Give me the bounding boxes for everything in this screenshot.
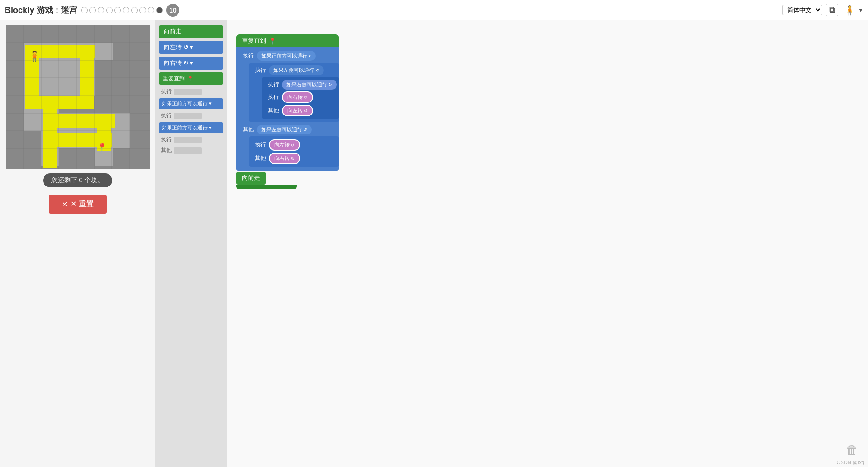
svg-rect-1 [6,25,150,169]
deep-nested-block: 执行 如果右侧可以通行 ↻ 执行 向右转 ↻ [262,77,339,119]
else-right-turn-row: 其他 向右转 ↻ [253,152,339,165]
svg-rect-19 [43,114,115,128]
svg-rect-5 [77,60,95,96]
dot-5 [114,7,121,13]
repeat-pin-icon-ws: 📍 [269,38,276,45]
dot-6 [123,7,129,13]
repeat-label: 重复直到 [163,75,185,83]
progress-dots [81,7,163,13]
toolbox-if-exec-1: 执行 [159,112,223,120]
outer-exec-row: 执行 如果正前方可以通行 ▾ [240,50,339,62]
svg-rect-14 [25,58,39,108]
dot-4 [106,7,113,13]
svg-rect-3 [24,43,113,60]
action-turn-right-2[interactable]: 向右转 ↻ [269,153,300,164]
if-left-cond[interactable]: 如果左侧可以通行 ↺ [269,65,324,75]
svg-rect-18 [43,96,57,133]
action-turn-left-2[interactable]: 向左转 ↺ [269,139,300,151]
if-front-cond[interactable]: 如果正前方可以通行 ▾ [257,51,316,61]
dot-3 [98,7,104,13]
left-arrow-2: ↺ [291,143,295,147]
maze-svg: 🧍 📍 [6,25,150,169]
forward-block[interactable]: 向前走 [236,172,266,185]
avatar-button[interactable]: 🧍 [842,3,857,18]
maze-container: 🧍 📍 [6,25,150,169]
toolbox-else-slot [174,147,202,154]
exec-label-3: 执行 [268,81,279,89]
right-arrow: ↻ [304,95,308,100]
main-layout: 🧍 📍 您还剩下 0 个块。 ✕ ✕ 重置 向前走 向左转 ↺ ▾ 向右转 ↻ … [0,20,868,467]
svg-rect-10 [41,131,130,148]
toolbox-if-exec-2: 执行 [159,136,223,144]
dot-10 [156,7,163,13]
svg-rect-20 [97,114,111,151]
chevron-right: ↻ [329,83,332,87]
svg-rect-8 [41,113,130,131]
else-left-cond-row: 其他 如果左侧可以通行 ↺ [240,124,339,135]
action-turn-left-1[interactable]: 向左转 ↺ [282,105,313,116]
toolbox-if-front-2[interactable]: 如果正前方可以通行 ▾ [159,122,223,133]
repeat-pin-icon: 📍 [187,76,194,82]
nested-if-left-block: 执行 如果左侧可以通行 ↺ 执行 如果右侧可以通行 ↻ [249,63,339,122]
link-icon[interactable]: ⧉ [826,4,838,16]
toolbox-forward[interactable]: 向前走 [159,25,223,38]
page-title: Blockly 游戏 : 迷宫 [5,5,77,16]
left-arrow-1: ↺ [304,109,308,113]
dot-7 [131,7,138,13]
toolbox-else: 其他 [159,147,223,154]
exec-label-5: 执行 [255,141,266,149]
svg-rect-2 [24,43,41,131]
else-label-1: 其他 [268,107,279,115]
else-label-2: 其他 [243,126,254,134]
toolbox-panel: 向前走 向左转 ↺ ▾ 向右转 ↻ ▾ 重复直到 📍 执行 如果正前方可以通行 … [155,20,227,467]
header: Blockly 游戏 : 迷宫 10 简体中文 English 日本語 ⧉ 🧍 … [0,0,868,20]
language-selector[interactable]: 简体中文 English 日本語 [782,5,822,15]
svg-rect-12 [95,131,113,166]
svg-rect-9 [113,113,130,148]
watermark: CSDN @lxq [837,460,864,465]
right-arrow-2: ↻ [291,156,295,161]
exec-right-turn: 执行 向右转 ↻ [266,90,339,104]
svg-rect-22 [43,133,57,168]
chevron-left: ↺ [316,68,319,73]
dot-1 [81,7,88,13]
svg-rect-0 [6,25,150,169]
svg-rect-4 [24,60,95,78]
svg-rect-7 [41,96,59,131]
reset-button[interactable]: ✕ ✕ 重置 [49,195,106,214]
repeat-block-header[interactable]: 重复直到 📍 [236,34,339,47]
repeat-until-label: 重复直到 [242,37,266,45]
toolbox-turn-right[interactable]: 向右转 ↻ ▾ [159,57,223,70]
left-panel: 🧍 📍 您还剩下 0 个块。 ✕ ✕ 重置 [0,20,155,467]
toolbox-exec-slot-3 [174,137,202,143]
reset-label: ✕ 重置 [70,199,93,209]
if-left-cond-2[interactable]: 如果左侧可以通行 ↺ [257,125,312,134]
else-label-3: 其他 [255,154,266,162]
toolbox-if-front-1[interactable]: 如果正前方可以通行 ▾ [159,98,223,109]
svg-rect-6 [41,78,95,96]
else-branch-block: 执行 向左转 ↺ 其他 向右转 ↻ [249,136,339,167]
toolbox-turn-left[interactable]: 向左转 ↺ ▾ [159,41,223,54]
workspace[interactable]: 重复直到 📍 执行 如果正前方可以通行 ▾ [227,20,868,467]
repeat-block-footer [236,185,297,189]
svg-rect-17 [80,58,94,109]
avatar-chevron[interactable]: ▼ [858,7,863,13]
trash-icon[interactable]: 🗑 [846,442,859,458]
else-exec-left: 执行 向左转 ↺ [253,138,339,152]
svg-rect-21 [43,133,112,147]
toolbox-exec-slot-2 [174,113,202,119]
svg-rect-16 [25,96,94,109]
step-badge: 10 [166,4,179,17]
if-right-cond[interactable]: 如果右侧可以通行 ↻ [282,80,337,90]
toolbox-repeat[interactable]: 重复直到 📍 [159,72,223,85]
reset-x-icon: ✕ [62,200,68,209]
action-turn-right[interactable]: 向右转 ↻ [282,91,313,103]
svg-text:📍: 📍 [97,142,108,153]
svg-rect-15 [39,45,95,58]
chevron-left-2: ↺ [304,128,307,132]
dot-2 [89,7,96,13]
exec-label-4: 执行 [268,93,279,101]
player-character: 🧍 [28,50,41,63]
nested-exec-row-1: 执行 如果左侧可以通行 ↺ [253,64,339,76]
main-block-group: 重复直到 📍 执行 如果正前方可以通行 ▾ [236,34,339,189]
